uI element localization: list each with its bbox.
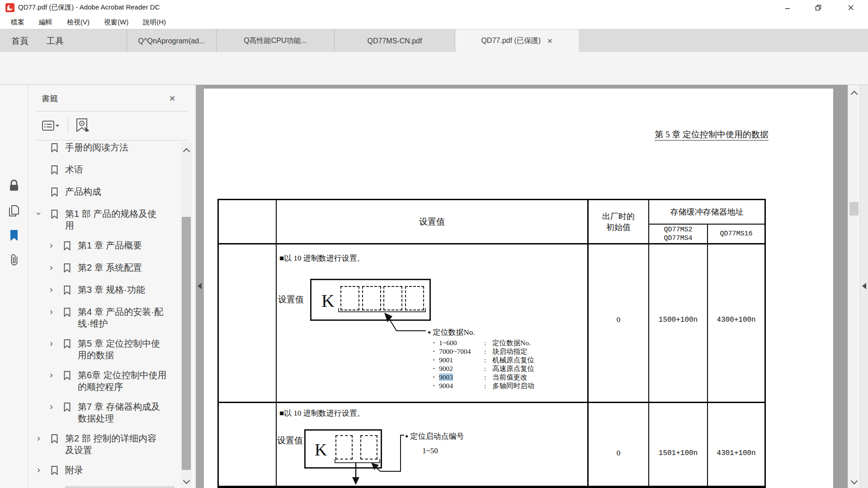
row2-digit-bracket — [335, 459, 380, 463]
scrollbar-thumb[interactable] — [182, 217, 191, 470]
bookmark-item[interactable]: 手册的阅读方法 — [28, 142, 180, 160]
bookmark-item-label[interactable]: 第6章 定位控制中使用的顺控程序 — [78, 369, 168, 393]
row1-digit-bracket — [338, 308, 426, 312]
bookmark-item-label[interactable]: 第1 章 产品概要 — [78, 239, 168, 251]
bookmark-icon — [63, 284, 71, 298]
option-row: •1~600:定位数据No. — [433, 338, 534, 347]
option-row-highlighted: •9003:当前值更改 — [433, 373, 534, 381]
row1-default-value: 0 — [589, 313, 648, 327]
option-row: •7000~7004:块启动指定 — [433, 347, 534, 356]
chevron-right-icon[interactable]: › — [50, 306, 63, 317]
chapter-header: 第 5 章 定位控制中使用的数据 — [624, 129, 769, 141]
right-panel-strip — [860, 85, 868, 488]
bookmark-item[interactable]: › 第1 章 产品概要 — [28, 235, 180, 258]
scrollbar-thumb[interactable] — [849, 202, 859, 216]
bookmark-item-label[interactable]: 第2 章 系统配置 — [78, 262, 168, 273]
doc-tab-3[interactable]: QD77MS-CN.pdf — [334, 29, 455, 52]
bookmark-item-label[interactable]: 第1 部 产品的规格及使用 — [65, 208, 161, 231]
scroll-down-icon[interactable] — [184, 477, 189, 485]
panel-close-icon[interactable]: ✕ — [169, 94, 175, 103]
bookmark-item-label[interactable]: 手册的阅读方法 — [65, 142, 161, 153]
bookmark-item[interactable]: › 第2 章 系统配置 — [28, 258, 180, 280]
chevron-right-icon[interactable]: › — [37, 432, 51, 443]
row2-default-value: 0 — [589, 446, 648, 460]
bookmark-item[interactable]: 术语 — [28, 160, 180, 182]
doc-tab-2[interactable]: Q高性能CPU功能... — [216, 29, 334, 52]
bookmark-item[interactable]: › 第1 部 产品的规格及使用 — [28, 204, 180, 235]
scroll-up-icon[interactable] — [184, 148, 189, 156]
bookmarks-panel: 書籤 ✕ 手册的阅读方法 术语 — [28, 85, 196, 488]
chevron-right-icon[interactable]: › — [50, 239, 63, 250]
bookmark-item-label[interactable]: 产品构成 — [65, 186, 161, 197]
doc-tab-1[interactable]: Q^QnAprogram(ad... — [127, 29, 216, 52]
bookmark-icon — [63, 239, 71, 253]
bookmark-list-scrollbar[interactable] — [181, 142, 192, 488]
digit-box — [340, 286, 359, 310]
digit-box — [335, 435, 353, 460]
chevron-right-icon[interactable]: › — [50, 401, 63, 412]
bookmark-item[interactable]: › 附录 — [28, 460, 180, 482]
collapse-panel-icon[interactable] — [198, 283, 202, 289]
bookmark-item[interactable]: › 第7 章 存储器构成及数据处理 — [28, 397, 180, 428]
panel-toolbar-divider — [68, 118, 68, 133]
tab-tools[interactable]: 工具 — [39, 29, 71, 52]
chevron-right-icon[interactable]: › — [50, 284, 63, 295]
bookmarks-panel-icon[interactable] — [7, 229, 21, 242]
chevron-right-icon[interactable]: › — [50, 338, 63, 348]
row1-setting-diagram-box: K — [310, 279, 431, 321]
chevron-right-icon[interactable]: › — [50, 262, 63, 272]
bookmark-item[interactable]: › 第3 章 规格·功能 — [28, 280, 180, 302]
menu-view[interactable]: 檢視(V) — [60, 15, 97, 29]
bookmark-item-label[interactable]: 第7 章 存储器构成及数据处理 — [78, 401, 168, 424]
page-thumbnails-icon[interactable] — [7, 204, 21, 218]
bookmark-options-icon[interactable] — [42, 118, 61, 133]
option-row: •9004:多轴同时启动 — [433, 381, 534, 390]
tab-bar: 首頁 工具 Q^QnAprogram(ad... Q高性能CPU功能... QD… — [0, 29, 868, 52]
expand-tools-pane-icon[interactable] — [862, 283, 866, 289]
bookmark-item[interactable]: › 第2 部 控制的详细内容及设置 — [28, 428, 180, 460]
bookmark-item-label[interactable]: 第3 章 规格·功能 — [78, 284, 168, 296]
menu-help[interactable]: 說明(H) — [136, 15, 173, 29]
bookmark-item-label[interactable]: 第5 章 定位控制中使用的数据 — [78, 338, 168, 361]
security-lock-icon[interactable] — [7, 179, 21, 192]
minimize-button[interactable] — [774, 0, 801, 15]
doc-tab-active[interactable]: QD77.pdf (已保護) ✕ — [455, 29, 579, 52]
attachments-paperclip-icon[interactable] — [7, 253, 21, 267]
menu-file[interactable]: 檔案 — [4, 15, 32, 29]
option-row: •9001:机械原点复位 — [433, 356, 534, 364]
menu-edit[interactable]: 編輯 — [32, 15, 60, 29]
panel-divider — [36, 140, 188, 141]
bookmark-item-label[interactable]: 第2 部 控制的详细内容及设置 — [65, 432, 161, 456]
row2-instruction: ■以 10 进制数进行设置。 — [279, 408, 365, 418]
bookmark-item-label[interactable]: 术语 — [65, 164, 161, 175]
scroll-up-icon[interactable] — [852, 90, 857, 99]
bookmark-item[interactable]: 产品构成 — [28, 182, 180, 204]
bookmark-item[interactable]: › 第6章 定位控制中使用的顺控程序 — [28, 365, 180, 397]
bookmark-icon — [63, 369, 71, 383]
bookmark-item-selected[interactable]: 质保 — [28, 482, 180, 488]
scroll-down-icon[interactable] — [852, 477, 857, 485]
doc-tab-active-label: QD77.pdf (已保護) — [481, 36, 541, 46]
acrobat-logo-icon — [5, 3, 14, 12]
panel-splitter[interactable] — [196, 85, 204, 488]
navigation-rail — [0, 85, 28, 488]
tab-close-icon[interactable]: ✕ — [547, 37, 553, 45]
tab-home[interactable]: 首頁 — [4, 29, 36, 52]
chevron-right-icon[interactable]: › — [50, 369, 63, 380]
document-scrollbar[interactable] — [848, 85, 860, 488]
bookmarks-panel-title: 書籤 — [42, 93, 58, 104]
find-current-bookmark-icon[interactable] — [74, 117, 92, 135]
bookmark-icon — [51, 164, 59, 178]
menu-window[interactable]: 視窗(W) — [97, 15, 136, 29]
bookmark-item-label[interactable]: 质保 — [65, 486, 175, 488]
row2-addr-ms16: 4301+100n — [708, 446, 764, 460]
bookmark-item[interactable]: › 第5 章 定位控制中使用的数据 — [28, 333, 180, 365]
bookmark-item-label[interactable]: 第4 章 产品的安装·配线·维护 — [78, 306, 168, 329]
restore-button[interactable] — [805, 0, 832, 15]
bookmark-item-label[interactable]: 附录 — [65, 464, 161, 476]
close-window-button[interactable] — [837, 0, 864, 15]
bookmark-item[interactable]: › 第4 章 产品的安装·配线·维护 — [28, 302, 180, 333]
chevron-down-icon[interactable]: › — [37, 208, 51, 219]
chevron-right-icon[interactable]: › — [37, 464, 51, 475]
bookmark-icon — [51, 464, 59, 478]
